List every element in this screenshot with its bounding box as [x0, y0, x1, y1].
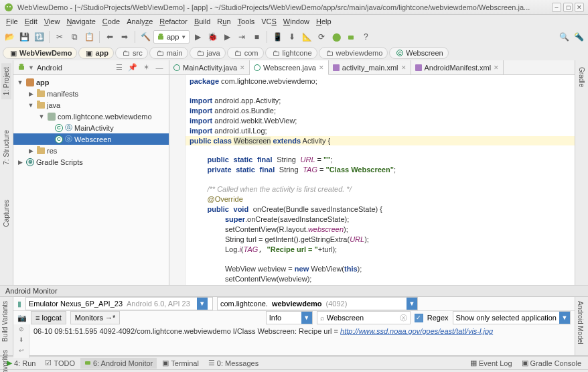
sdk-icon[interactable]: ⬇: [285, 30, 299, 44]
android-head-icon[interactable]: [344, 30, 358, 44]
crumb-module[interactable]: ▣app: [78, 47, 114, 59]
help-icon[interactable]: ?: [359, 30, 372, 44]
copy-icon[interactable]: ⧉: [68, 30, 81, 44]
collapse-icon[interactable]: 📌: [127, 63, 138, 72]
tab-favorites[interactable]: 2: Favorites: [0, 346, 10, 372]
code-area[interactable]: package com.lightcone.webviewdemo; impor…: [169, 75, 575, 285]
paste-icon[interactable]: 📋: [82, 30, 96, 44]
bbtn-event-log[interactable]: ▦Event Log: [466, 357, 516, 369]
tab-mainactivity[interactable]: MainActivity.java✕: [169, 60, 250, 74]
log-url-link[interactable]: http://www.ssd.noaa.gov/goes/east/tatl/v…: [340, 327, 493, 335]
tree-node-app[interactable]: ▼app: [13, 76, 169, 88]
process-selector[interactable]: com.lightcone.webviewdemo (4092) ▼: [217, 297, 418, 310]
tree-node-package[interactable]: ▼com.lightcone.webviewdemo: [13, 111, 169, 122]
log-output[interactable]: 06-10 09:51:51.595 4092-4092/com.lightco…: [29, 324, 575, 358]
tree-view-mode[interactable]: Android: [37, 64, 62, 72]
device-selector[interactable]: Emulator Nexus_6P_API_23 Android 6.0, AP…: [25, 297, 213, 310]
regex-checkbox[interactable]: ✓: [415, 314, 423, 322]
code-text[interactable]: package com.lightcone.webviewdemo; impor…: [186, 75, 575, 285]
tree-node-manifests[interactable]: ▶manifests: [13, 88, 169, 99]
crumb-lightcone[interactable]: 🗀lightcone: [265, 47, 317, 59]
bbtn-android-monitor[interactable]: 6: Android Monitor: [80, 358, 157, 369]
open-icon[interactable]: 📂: [3, 30, 16, 44]
gear-icon[interactable]: ✶: [141, 63, 151, 72]
subtab-logcat[interactable]: ≡ logcat: [31, 311, 66, 324]
debug-icon[interactable]: 🐞: [206, 30, 219, 44]
tab-captures[interactable]: Captures: [1, 196, 11, 231]
stop-icon[interactable]: ■: [250, 30, 263, 44]
avd-icon[interactable]: 📱: [271, 30, 284, 44]
maximize-button[interactable]: ◻: [563, 3, 573, 12]
sync-icon[interactable]: 🔃: [32, 30, 46, 44]
menu-window[interactable]: Window: [280, 17, 313, 25]
search-icon[interactable]: 🔍: [557, 30, 571, 44]
close-button[interactable]: ✕: [575, 3, 584, 12]
tab-gradle[interactable]: Gradle: [577, 63, 587, 91]
tree-node-java[interactable]: ▼java: [13, 99, 169, 111]
filter-selector[interactable]: Show only selected application▼: [453, 311, 571, 324]
attach-icon[interactable]: ⇥: [235, 30, 248, 44]
tab-manifest[interactable]: AndroidManifest.xml✕: [411, 60, 504, 74]
run-icon[interactable]: ▶: [191, 30, 204, 44]
crumb-com[interactable]: 🗀com: [227, 47, 264, 59]
menu-file[interactable]: File: [3, 17, 21, 25]
android-icon[interactable]: ⬤: [329, 30, 343, 44]
tab-activitymain[interactable]: activity_main.xml✕: [329, 60, 411, 74]
layout-icon[interactable]: 📐: [300, 30, 313, 44]
bbtn-terminal[interactable]: ▣Terminal: [158, 357, 203, 369]
run-config-selector[interactable]: app ▼: [153, 30, 190, 44]
save-icon[interactable]: 💾: [17, 30, 31, 44]
bbtn-messages[interactable]: ☰0: Messages: [204, 357, 263, 369]
tab-android-model[interactable]: Android Model: [575, 297, 585, 348]
bbtn-todo[interactable]: ☑TODO: [41, 357, 79, 369]
close-tab-icon[interactable]: ✕: [319, 64, 324, 71]
tree-node-mainactivity[interactable]: CⓐMainActivity: [13, 122, 169, 133]
clear-icon[interactable]: ⓧ: [400, 313, 407, 323]
bbtn-gradle-console[interactable]: ▣Gradle Console: [518, 357, 585, 369]
crumb-project[interactable]: ▣WebViewDemo: [3, 47, 77, 59]
menu-code[interactable]: Code: [99, 17, 123, 25]
tree-node-webscreen[interactable]: CⓐWebscreen: [13, 133, 169, 145]
crumb-java[interactable]: 🗀java: [190, 47, 226, 59]
menu-navigate[interactable]: Navigate: [63, 17, 98, 25]
wrap-icon[interactable]: ↩: [16, 347, 27, 357]
android-monitor-title[interactable]: Android Monitor: [0, 285, 588, 297]
tab-webscreen[interactable]: Webscreen.java✕: [250, 60, 329, 75]
crumb-src[interactable]: 🗀src: [115, 47, 148, 59]
clear-icon[interactable]: ⊘: [16, 326, 27, 335]
tab-project[interactable]: 1: Project: [1, 63, 11, 99]
chevron-down-icon[interactable]: ▼: [28, 64, 34, 71]
back-icon[interactable]: ⬅: [103, 30, 117, 44]
run-coverage-icon[interactable]: ▶: [220, 30, 234, 44]
menu-tools[interactable]: Tools: [234, 17, 259, 25]
tree-node-res[interactable]: ▶res: [13, 145, 169, 156]
log-level-selector[interactable]: Info▼: [266, 311, 313, 324]
close-tab-icon[interactable]: ✕: [401, 64, 407, 71]
tab-build-variants[interactable]: Build Variants: [0, 297, 10, 346]
menu-build[interactable]: Build: [191, 17, 214, 25]
find-icon[interactable]: 🔦: [572, 30, 585, 44]
close-tab-icon[interactable]: ✕: [240, 64, 245, 71]
menu-view[interactable]: View: [41, 17, 64, 25]
settings-icon[interactable]: ☰: [114, 63, 125, 72]
camera-icon[interactable]: 📷: [17, 314, 27, 322]
menu-edit[interactable]: Edit: [21, 17, 41, 25]
menu-help[interactable]: Help: [313, 17, 335, 25]
menu-refactor[interactable]: Refactor: [156, 17, 191, 25]
cut-icon[interactable]: ✂: [53, 30, 66, 44]
forward-icon[interactable]: ➡: [118, 30, 131, 44]
log-search-input[interactable]: ⌕Webscreenⓧ: [317, 311, 411, 324]
menu-vcs[interactable]: VCS: [258, 17, 280, 25]
tab-structure[interactable]: 7: Structure: [1, 126, 11, 169]
gradle-sync-icon[interactable]: ⟳: [315, 30, 328, 44]
crumb-main[interactable]: 🗀main: [149, 47, 188, 59]
make-icon[interactable]: 🔨: [139, 30, 152, 44]
menu-run[interactable]: Run: [214, 17, 234, 25]
tree-node-gradle-scripts[interactable]: ▶⊚Gradle Scripts: [13, 156, 169, 168]
subtab-monitors[interactable]: Monitors →*: [70, 311, 121, 324]
close-tab-icon[interactable]: ✕: [494, 64, 499, 71]
scroll-end-icon[interactable]: ⬇: [16, 336, 27, 346]
crumb-webviewdemo[interactable]: 🗀webviewdemo: [319, 47, 388, 59]
crumb-class[interactable]: CWebscreen: [389, 47, 448, 59]
minimize-button[interactable]: –: [552, 3, 561, 12]
